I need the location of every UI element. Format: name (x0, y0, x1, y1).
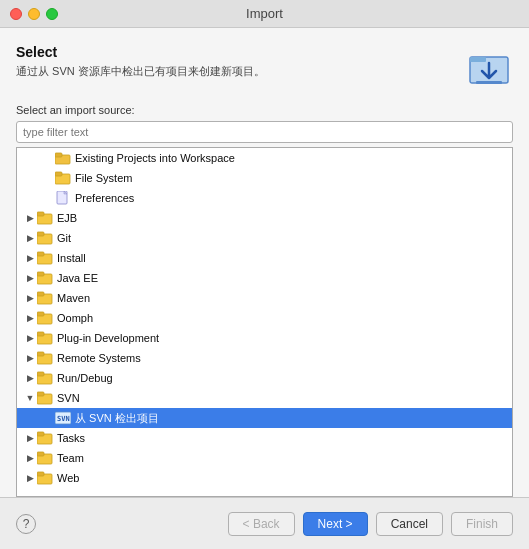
file-icon (55, 191, 71, 205)
folder-icon (37, 291, 53, 305)
svg-rect-6 (55, 172, 62, 176)
tree-item-label: SVN (57, 392, 80, 404)
tree-item-svn[interactable]: SVN (17, 388, 512, 408)
tree-item-label: Run/Debug (57, 372, 113, 384)
tree-item-svn-checkout[interactable]: SVN从 SVN 检出项目 (17, 408, 512, 428)
maximize-button[interactable] (46, 8, 58, 20)
folder-icon (37, 391, 53, 405)
folder-open-icon (55, 151, 71, 165)
titlebar: Import (0, 0, 529, 28)
folder-icon (55, 171, 71, 185)
tree-item-label: File System (75, 172, 132, 184)
header-section: Select 通过从 SVN 资源库中检出已有项目来创建新项目。 (16, 44, 513, 92)
tree-item-label: Git (57, 232, 71, 244)
folder-icon (37, 351, 53, 365)
folder-icon (37, 331, 53, 345)
close-button[interactable] (10, 8, 22, 20)
minimize-button[interactable] (28, 8, 40, 20)
expander-icon (23, 311, 37, 325)
svg-rect-23 (37, 352, 44, 356)
svg-rect-27 (37, 392, 44, 396)
tree-item-label: Team (57, 452, 84, 464)
header-text: Select 通过从 SVN 资源库中检出已有项目来创建新项目。 (16, 44, 265, 79)
svg-rect-9 (37, 212, 44, 216)
tree-item-oomph[interactable]: Oomph (17, 308, 512, 328)
tree-item-label: Existing Projects into Workspace (75, 152, 235, 164)
tree-item-team[interactable]: Team (17, 448, 512, 468)
expander-icon (23, 431, 37, 445)
svg-rect-11 (37, 232, 44, 236)
tree-item-label: Remote Systems (57, 352, 141, 364)
folder-icon (37, 471, 53, 485)
tree-container[interactable]: Existing Projects into WorkspaceFile Sys… (16, 147, 513, 497)
help-button[interactable]: ? (16, 514, 36, 534)
folder-icon (37, 231, 53, 245)
tree-item-tasks[interactable]: Tasks (17, 428, 512, 448)
tree-item-ejb[interactable]: EJB (17, 208, 512, 228)
folder-icon (37, 211, 53, 225)
tree-item-label: Preferences (75, 192, 134, 204)
import-icon (465, 44, 513, 92)
window-title: Import (246, 6, 283, 21)
filter-input[interactable] (16, 121, 513, 143)
expander-icon (41, 151, 55, 165)
tree-item-plugin-dev[interactable]: Plug-in Development (17, 328, 512, 348)
next-button[interactable]: Next > (303, 512, 368, 536)
svg-rect-13 (37, 252, 44, 256)
svg-rect-15 (37, 272, 44, 276)
svg-rect-25 (37, 372, 44, 376)
expander-icon (23, 291, 37, 305)
tree-item-install[interactable]: Install (17, 248, 512, 268)
folder-icon (37, 431, 53, 445)
cancel-button[interactable]: Cancel (376, 512, 443, 536)
folder-icon (37, 251, 53, 265)
back-button[interactable]: < Back (228, 512, 295, 536)
expander-icon (23, 371, 37, 385)
tree-item-label: Web (57, 472, 79, 484)
footer-buttons: < Back Next > Cancel Finish (228, 512, 513, 536)
tree-item-maven[interactable]: Maven (17, 288, 512, 308)
finish-button[interactable]: Finish (451, 512, 513, 536)
svg-rect-21 (37, 332, 44, 336)
tree-item-preferences[interactable]: Preferences (17, 188, 512, 208)
svg-rect-31 (37, 432, 44, 436)
page-description: 通过从 SVN 资源库中检出已有项目来创建新项目。 (16, 64, 265, 79)
dialog-body: Select 通过从 SVN 资源库中检出已有项目来创建新项目。 Select … (0, 28, 529, 497)
expander-icon (41, 191, 55, 205)
tree-item-label: Java EE (57, 272, 98, 284)
svg-rect-1 (470, 57, 486, 62)
tree-item-java-ee[interactable]: Java EE (17, 268, 512, 288)
tree-item-label: Plug-in Development (57, 332, 159, 344)
tree-item-label: Install (57, 252, 86, 264)
tree-item-label: Oomph (57, 312, 93, 324)
tree-item-label: 从 SVN 检出项目 (75, 411, 159, 426)
folder-icon (37, 271, 53, 285)
tree-item-run-debug[interactable]: Run/Debug (17, 368, 512, 388)
source-label: Select an import source: (16, 104, 513, 116)
footer-left: ? (16, 514, 228, 534)
svg-rect-33 (37, 452, 44, 456)
expander-icon (41, 411, 55, 425)
tree-item-remote-systems[interactable]: Remote Systems (17, 348, 512, 368)
expander-icon (23, 251, 37, 265)
expander-icon (23, 351, 37, 365)
tree-item-label: EJB (57, 212, 77, 224)
svg-text:SVN: SVN (57, 415, 70, 423)
svg-rect-17 (37, 292, 44, 296)
expander-icon (23, 391, 37, 405)
folder-icon (37, 451, 53, 465)
tree-item-existing-projects[interactable]: Existing Projects into Workspace (17, 148, 512, 168)
expander-icon (23, 451, 37, 465)
tree-list: Existing Projects into WorkspaceFile Sys… (17, 148, 512, 488)
svn-icon: SVN (55, 411, 71, 425)
window-controls (10, 8, 58, 20)
expander-icon (41, 171, 55, 185)
svg-rect-19 (37, 312, 44, 316)
folder-icon (37, 311, 53, 325)
tree-item-label: Maven (57, 292, 90, 304)
tree-item-web[interactable]: Web (17, 468, 512, 488)
tree-item-file-system[interactable]: File System (17, 168, 512, 188)
dialog-footer: ? < Back Next > Cancel Finish (0, 497, 529, 549)
svg-rect-2 (476, 81, 502, 84)
tree-item-git[interactable]: Git (17, 228, 512, 248)
